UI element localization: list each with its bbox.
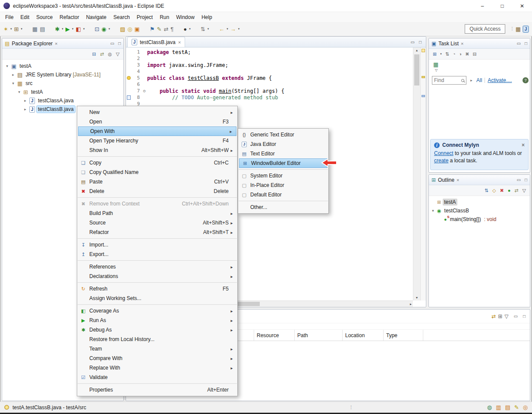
menu-item-validate[interactable]: ☑Validate — [77, 373, 237, 382]
menu-item-declarations[interactable]: Declarations▸ — [77, 272, 237, 281]
dropdown-caret-icon[interactable]: ▾ — [83, 27, 85, 31]
warning-annotation-mark[interactable] — [422, 76, 425, 78]
expander-icon[interactable]: ▾ — [11, 81, 16, 85]
vertical-scrollbar[interactable]: ▴ ▾ — [413, 47, 420, 300]
menu-item-in-place-editor[interactable]: ▢In-Place Editor — [238, 180, 328, 190]
edit-mode-icon[interactable]: ✎ — [514, 405, 519, 410]
scheduled-icon[interactable]: ◔ — [453, 52, 456, 57]
maximize-view-icon[interactable]: □ — [525, 177, 527, 182]
menu-item-debug-as[interactable]: ✱Debug As▸ — [77, 325, 237, 335]
close-tab-icon[interactable]: × — [178, 40, 181, 45]
menu-item-restore-from-local-history[interactable]: Restore from Local History... — [77, 335, 237, 344]
view-menu-icon[interactable]: ▽ — [116, 52, 120, 57]
progress-icon[interactable]: ◎ — [523, 405, 528, 410]
menu-item-assign-working-sets[interactable]: Assign Working Sets... — [77, 294, 237, 303]
minimize-view-icon[interactable]: ▭ — [411, 40, 415, 44]
expander-icon[interactable]: ▾ — [5, 64, 9, 68]
dropdown-caret-icon[interactable]: ▾ — [189, 27, 191, 31]
menu-item-copy[interactable]: ❏CopyCtrl+C — [77, 158, 237, 167]
maximize-button[interactable]: □ — [492, 0, 512, 12]
outline-item-main-string[interactable]: ●Smain(String[]) : void — [429, 215, 530, 224]
close-button[interactable]: ✕ — [512, 0, 532, 12]
workspace-icon[interactable]: ▤ — [505, 405, 510, 410]
task-flag-icon[interactable]: ⚑ — [150, 26, 155, 32]
menu-search[interactable]: Search — [110, 13, 133, 22]
link-editors-icon[interactable]: ⇄ — [164, 26, 168, 32]
menu-item-system-editor[interactable]: ▢System Editor — [238, 171, 328, 180]
categorized-icon[interactable]: ⇅ — [445, 52, 449, 57]
activate-link[interactable]: Activate.... — [488, 77, 512, 83]
dropdown-caret-icon[interactable]: ▾ — [108, 27, 110, 31]
expander-icon[interactable]: ▸ — [23, 107, 28, 111]
sort-icon[interactable]: ⇅ — [485, 188, 488, 193]
filter-completed-icon[interactable]: ⊟ — [472, 52, 476, 57]
minimize-view-icon[interactable]: ▭ — [517, 41, 521, 46]
menu-item-team[interactable]: Team▸ — [77, 344, 237, 354]
outline-item-testclassb[interactable]: ▾◉testClassB — [429, 206, 530, 215]
forward-history-icon[interactable]: → — [230, 26, 236, 32]
menu-item-properties[interactable]: PropertiesAlt+Enter — [77, 385, 237, 395]
outline-item-testa[interactable]: ⊞testA — [429, 198, 530, 206]
menu-item-references[interactable]: References▸ — [77, 262, 237, 272]
menu-item-generic-text-editor[interactable]: {}Generic Text Editor — [238, 130, 328, 139]
task-presentation-icon[interactable]: ▦ — [433, 62, 438, 67]
view-menu-icon[interactable]: ▽ — [504, 314, 508, 319]
menu-item-text-editor[interactable]: ▤Text Editor — [238, 149, 328, 158]
column-header-path[interactable]: Path — [295, 330, 343, 341]
maximize-view-icon[interactable]: □ — [525, 41, 527, 46]
close-popup-icon[interactable]: × — [522, 142, 525, 148]
tree-item-src[interactable]: ▾▦src — [2, 79, 123, 88]
show-whitespace-icon[interactable]: ¶ — [170, 26, 173, 32]
menu-item-windowbuilder-editor[interactable]: ⊞WindowBuilder Editor — [239, 158, 327, 168]
maximize-view-icon[interactable]: □ — [523, 314, 526, 319]
scroll-right-icon[interactable]: ▸ — [410, 302, 412, 306]
focus-icon[interactable]: ◍ — [108, 52, 112, 57]
expander-icon[interactable]: ▾ — [431, 209, 435, 213]
maximize-view-icon[interactable]: □ — [419, 40, 422, 44]
menu-help[interactable]: Help — [198, 13, 216, 22]
expander-icon[interactable]: ▸ — [11, 73, 16, 77]
layout-icon[interactable]: ⊞ — [498, 314, 502, 319]
mylyn-task-icon[interactable]: ◍ — [487, 405, 492, 410]
view-title[interactable]: Package Explorer — [12, 41, 53, 47]
hide-nonpublic-icon[interactable]: ● — [508, 188, 511, 193]
menu-item-delete[interactable]: ✖DeleteDelete — [77, 186, 237, 196]
menu-item-refresh[interactable]: ↻RefreshF5 — [77, 284, 237, 294]
annotation-nav-icon[interactable]: ⇅ — [201, 26, 205, 32]
search-icon[interactable]: ◎ — [127, 26, 132, 32]
hide-static-icon[interactable]: ✖ — [500, 188, 504, 193]
close-view-icon[interactable]: × — [55, 41, 57, 46]
java-perspective-icon[interactable]: J — [523, 26, 529, 32]
dropdown-caret-icon[interactable]: ▾ — [72, 27, 74, 31]
generate-icon[interactable]: ◉ — [101, 26, 106, 32]
menu-item-compare-with[interactable]: Compare With▸ — [77, 354, 237, 363]
menu-item-new[interactable]: New▸ — [77, 107, 237, 117]
menu-item-paste[interactable]: ▤PasteCtrl+V — [77, 177, 237, 186]
user-profile-icon[interactable]: ● — [183, 26, 187, 32]
tree-item-jre-system-library[interactable]: ▸▤JRE System Library [JavaSE-11] — [2, 70, 123, 79]
menu-navigate[interactable]: Navigate — [82, 13, 110, 22]
menu-item-default-editor[interactable]: ▢Default Editor — [238, 190, 328, 199]
column-header-type[interactable]: Type — [384, 330, 423, 341]
menu-edit[interactable]: Edit — [17, 13, 33, 22]
menu-item-coverage-as[interactable]: ◧Coverage As▸ — [77, 306, 237, 316]
new-task-icon[interactable]: ⊞ — [433, 52, 437, 57]
tree-item-testa[interactable]: ▾⊞testA — [2, 88, 123, 96]
new-java-project-icon[interactable]: ⊡ — [94, 26, 99, 32]
create-link[interactable]: create — [434, 158, 448, 164]
delete-task-icon[interactable]: ✖ — [465, 52, 469, 57]
menu-item-other[interactable]: Other... — [238, 202, 328, 212]
debug-icon[interactable]: ✱ — [55, 26, 60, 32]
menu-item-open-with[interactable]: Open With▸ — [78, 126, 236, 136]
task-annotation-mark[interactable] — [422, 95, 425, 97]
back-history-icon[interactable]: ← — [219, 26, 224, 32]
dropdown-caret-icon[interactable]: ▾ — [62, 27, 63, 31]
fold-icon[interactable]: ⊖ — [142, 88, 147, 93]
menu-item-source[interactable]: SourceAlt+Shift+S▸ — [77, 218, 237, 228]
menu-item-copy-qualified-name[interactable]: ❏Copy Qualified Name — [77, 167, 237, 177]
expander-icon[interactable]: ▾ — [17, 90, 22, 94]
all-filter[interactable]: All — [476, 77, 482, 83]
coverage-icon[interactable]: ◧ — [76, 26, 81, 32]
menu-item-import[interactable]: ↧Import... — [77, 240, 237, 250]
menu-project[interactable]: Project — [133, 13, 156, 22]
